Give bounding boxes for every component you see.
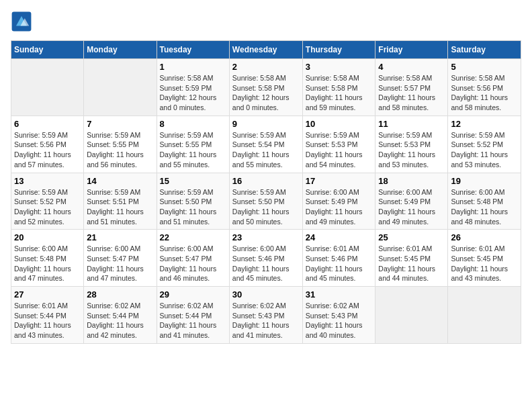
- day-number: 29: [160, 289, 226, 300]
- day-info: Sunrise: 5:59 AM Sunset: 5:55 PM Dayligh…: [87, 130, 153, 170]
- calendar-cell: 22Sunrise: 6:00 AM Sunset: 5:47 PM Dayli…: [157, 230, 229, 287]
- day-info: Sunrise: 6:00 AM Sunset: 5:48 PM Dayligh…: [14, 244, 81, 283]
- day-number: 3: [306, 62, 373, 72]
- day-number: 5: [451, 62, 518, 72]
- week-row-1: 1Sunrise: 5:58 AM Sunset: 5:59 PM Daylig…: [11, 59, 521, 116]
- day-number: 13: [14, 176, 81, 186]
- day-header-thursday: Thursday: [302, 41, 375, 59]
- day-number: 31: [306, 289, 373, 300]
- day-info: Sunrise: 6:01 AM Sunset: 5:45 PM Dayligh…: [378, 244, 445, 283]
- day-header-saturday: Saturday: [448, 41, 521, 59]
- calendar-cell: 9Sunrise: 5:59 AM Sunset: 5:54 PM Daylig…: [229, 116, 302, 173]
- day-header-monday: Monday: [84, 41, 157, 59]
- week-row-2: 6Sunrise: 5:59 AM Sunset: 5:56 PM Daylig…: [11, 116, 521, 173]
- page-header: [11, 11, 521, 32]
- week-row-5: 27Sunrise: 6:01 AM Sunset: 5:44 PM Dayli…: [11, 287, 521, 344]
- day-number: 28: [87, 289, 153, 300]
- day-info: Sunrise: 5:59 AM Sunset: 5:51 PM Dayligh…: [87, 187, 153, 227]
- calendar-cell: 11Sunrise: 5:59 AM Sunset: 5:53 PM Dayli…: [375, 116, 448, 173]
- calendar-cell: 16Sunrise: 5:59 AM Sunset: 5:50 PM Dayli…: [229, 173, 302, 230]
- day-info: Sunrise: 6:00 AM Sunset: 5:49 PM Dayligh…: [306, 187, 373, 227]
- calendar-cell: 7Sunrise: 5:59 AM Sunset: 5:55 PM Daylig…: [84, 116, 157, 173]
- day-number: 22: [160, 232, 226, 242]
- calendar-cell: 12Sunrise: 5:59 AM Sunset: 5:52 PM Dayli…: [448, 116, 521, 173]
- day-number: 27: [14, 289, 81, 300]
- day-number: 14: [87, 176, 153, 186]
- calendar-cell: [375, 287, 448, 344]
- day-number: 17: [306, 176, 373, 186]
- day-info: Sunrise: 6:01 AM Sunset: 5:46 PM Dayligh…: [306, 244, 373, 283]
- calendar-cell: [11, 59, 84, 116]
- day-number: 21: [87, 232, 153, 242]
- calendar-cell: 31Sunrise: 6:02 AM Sunset: 5:43 PM Dayli…: [302, 287, 375, 344]
- day-number: 25: [378, 232, 445, 242]
- day-info: Sunrise: 6:02 AM Sunset: 5:43 PM Dayligh…: [306, 301, 373, 340]
- day-number: 18: [378, 176, 445, 186]
- day-number: 2: [232, 62, 300, 72]
- calendar-cell: 10Sunrise: 5:59 AM Sunset: 5:53 PM Dayli…: [302, 116, 375, 173]
- logo: [11, 11, 35, 32]
- day-info: Sunrise: 5:59 AM Sunset: 5:56 PM Dayligh…: [14, 130, 81, 170]
- calendar-cell: 26Sunrise: 6:01 AM Sunset: 5:45 PM Dayli…: [448, 230, 521, 287]
- day-info: Sunrise: 5:59 AM Sunset: 5:50 PM Dayligh…: [160, 187, 226, 227]
- day-info: Sunrise: 5:58 AM Sunset: 5:57 PM Dayligh…: [378, 73, 445, 113]
- day-info: Sunrise: 6:00 AM Sunset: 5:47 PM Dayligh…: [87, 244, 153, 283]
- calendar-table: SundayMondayTuesdayWednesdayThursdayFrid…: [11, 40, 521, 344]
- day-header-friday: Friday: [375, 41, 448, 59]
- day-info: Sunrise: 5:58 AM Sunset: 5:59 PM Dayligh…: [160, 73, 226, 113]
- day-info: Sunrise: 6:00 AM Sunset: 5:46 PM Dayligh…: [232, 244, 300, 283]
- day-info: Sunrise: 5:59 AM Sunset: 5:52 PM Dayligh…: [14, 187, 81, 227]
- calendar-cell: 13Sunrise: 5:59 AM Sunset: 5:52 PM Dayli…: [11, 173, 84, 230]
- calendar-cell: 15Sunrise: 5:59 AM Sunset: 5:50 PM Dayli…: [157, 173, 229, 230]
- day-header-wednesday: Wednesday: [229, 41, 302, 59]
- day-info: Sunrise: 6:02 AM Sunset: 5:44 PM Dayligh…: [87, 301, 153, 340]
- calendar-cell: [84, 59, 157, 116]
- day-number: 16: [232, 176, 300, 186]
- day-number: 1: [160, 62, 226, 72]
- calendar-cell: 6Sunrise: 5:59 AM Sunset: 5:56 PM Daylig…: [11, 116, 84, 173]
- calendar-cell: 17Sunrise: 6:00 AM Sunset: 5:49 PM Dayli…: [302, 173, 375, 230]
- day-number: 6: [14, 119, 81, 129]
- week-row-4: 20Sunrise: 6:00 AM Sunset: 5:48 PM Dayli…: [11, 230, 521, 287]
- day-header-sunday: Sunday: [11, 41, 84, 59]
- logo-icon: [11, 11, 32, 32]
- day-number: 26: [451, 232, 518, 242]
- day-number: 4: [378, 62, 445, 72]
- day-number: 19: [451, 176, 518, 186]
- day-number: 24: [306, 232, 373, 242]
- week-row-3: 13Sunrise: 5:59 AM Sunset: 5:52 PM Dayli…: [11, 173, 521, 230]
- day-info: Sunrise: 5:59 AM Sunset: 5:52 PM Dayligh…: [451, 130, 518, 170]
- calendar-cell: 21Sunrise: 6:00 AM Sunset: 5:47 PM Dayli…: [84, 230, 157, 287]
- day-info: Sunrise: 5:58 AM Sunset: 5:58 PM Dayligh…: [306, 73, 373, 113]
- calendar-cell: 29Sunrise: 6:02 AM Sunset: 5:44 PM Dayli…: [157, 287, 229, 344]
- day-number: 20: [14, 232, 81, 242]
- day-number: 9: [232, 119, 300, 129]
- day-info: Sunrise: 6:02 AM Sunset: 5:44 PM Dayligh…: [160, 301, 226, 340]
- calendar-cell: 5Sunrise: 5:58 AM Sunset: 5:56 PM Daylig…: [448, 59, 521, 116]
- header-row: SundayMondayTuesdayWednesdayThursdayFrid…: [11, 41, 521, 59]
- day-info: Sunrise: 5:59 AM Sunset: 5:53 PM Dayligh…: [306, 130, 373, 170]
- day-header-tuesday: Tuesday: [157, 41, 229, 59]
- day-info: Sunrise: 6:00 AM Sunset: 5:48 PM Dayligh…: [451, 187, 518, 227]
- calendar-cell: 24Sunrise: 6:01 AM Sunset: 5:46 PM Dayli…: [302, 230, 375, 287]
- day-info: Sunrise: 6:00 AM Sunset: 5:49 PM Dayligh…: [378, 187, 445, 227]
- day-info: Sunrise: 5:59 AM Sunset: 5:54 PM Dayligh…: [232, 130, 300, 170]
- calendar-cell: 8Sunrise: 5:59 AM Sunset: 5:55 PM Daylig…: [157, 116, 229, 173]
- calendar-cell: 1Sunrise: 5:58 AM Sunset: 5:59 PM Daylig…: [157, 59, 229, 116]
- calendar-cell: 20Sunrise: 6:00 AM Sunset: 5:48 PM Dayli…: [11, 230, 84, 287]
- day-number: 30: [232, 289, 300, 300]
- day-number: 23: [232, 232, 300, 242]
- calendar-cell: 23Sunrise: 6:00 AM Sunset: 5:46 PM Dayli…: [229, 230, 302, 287]
- calendar-cell: 2Sunrise: 5:58 AM Sunset: 5:58 PM Daylig…: [229, 59, 302, 116]
- calendar-cell: 18Sunrise: 6:00 AM Sunset: 5:49 PM Dayli…: [375, 173, 448, 230]
- day-info: Sunrise: 6:01 AM Sunset: 5:44 PM Dayligh…: [14, 301, 81, 340]
- calendar-cell: 25Sunrise: 6:01 AM Sunset: 5:45 PM Dayli…: [375, 230, 448, 287]
- day-number: 12: [451, 119, 518, 129]
- calendar-cell: 14Sunrise: 5:59 AM Sunset: 5:51 PM Dayli…: [84, 173, 157, 230]
- calendar-cell: 3Sunrise: 5:58 AM Sunset: 5:58 PM Daylig…: [302, 59, 375, 116]
- day-number: 7: [87, 119, 153, 129]
- day-info: Sunrise: 5:58 AM Sunset: 5:56 PM Dayligh…: [451, 73, 518, 113]
- calendar-cell: 27Sunrise: 6:01 AM Sunset: 5:44 PM Dayli…: [11, 287, 84, 344]
- day-info: Sunrise: 5:58 AM Sunset: 5:58 PM Dayligh…: [232, 73, 300, 113]
- day-info: Sunrise: 6:00 AM Sunset: 5:47 PM Dayligh…: [160, 244, 226, 283]
